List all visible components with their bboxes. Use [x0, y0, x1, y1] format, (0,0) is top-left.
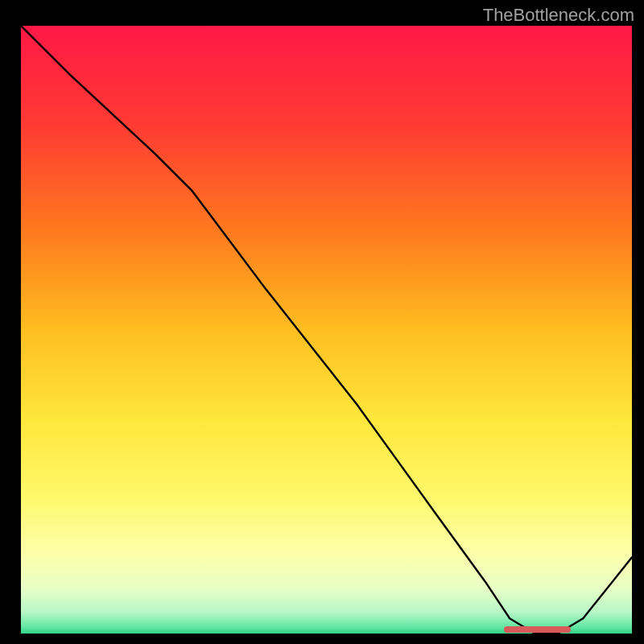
chart-root: TheBottleneck.com [0, 0, 644, 644]
watermark-text: TheBottleneck.com [483, 5, 634, 26]
chart-plot-area [21, 26, 632, 634]
optimal-marker [504, 626, 571, 633]
bottleneck-curve [21, 26, 632, 634]
